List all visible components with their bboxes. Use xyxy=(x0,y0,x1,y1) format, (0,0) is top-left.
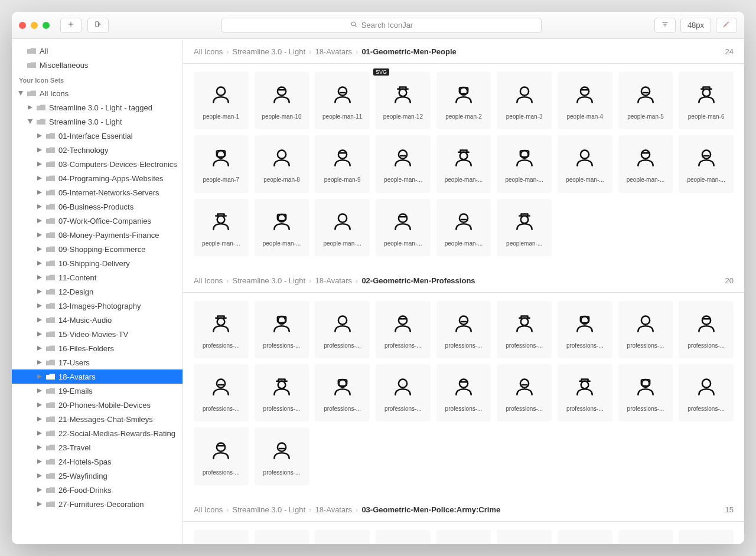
filter-button[interactable] xyxy=(654,18,676,33)
sidebar-folder[interactable]: 27-Furnitures-Decoration xyxy=(12,497,183,511)
icon-card[interactable]: people-man-... xyxy=(376,199,431,256)
icon-card[interactable]: professions-... xyxy=(255,427,309,485)
sidebar-folder[interactable]: 12-Design xyxy=(12,284,183,299)
icon-card[interactable]: people-man-10 xyxy=(255,72,309,129)
icon-card[interactable]: people-man-... xyxy=(315,199,370,256)
sidebar-folder[interactable]: 25-Wayfinding xyxy=(12,469,183,483)
icon-card[interactable]: people-man-... xyxy=(376,135,431,192)
icon-card[interactable]: people-man-... xyxy=(679,135,734,192)
sidebar-folder[interactable]: 01-Interface Essential xyxy=(12,129,183,143)
breadcrumb-item[interactable]: All Icons xyxy=(194,47,223,56)
sidebar-folder[interactable]: 13-Images-Photography xyxy=(12,299,183,313)
sidebar-folder[interactable]: 07-Work-Office-Companies xyxy=(12,214,183,228)
icon-card[interactable]: crime-man-t... xyxy=(679,530,734,544)
content-area[interactable]: All Icons›Streamline 3.0 - Light›18-Avat… xyxy=(183,39,744,544)
icon-card[interactable]: professions-... xyxy=(679,364,734,421)
breadcrumb-item[interactable]: 18-Avatars xyxy=(315,47,352,56)
icon-card[interactable]: crime-man-ri... xyxy=(436,530,491,544)
icon-card[interactable]: people-man-... xyxy=(436,199,491,256)
icon-card[interactable]: professions-... xyxy=(436,301,491,358)
sidebar-folder[interactable]: 20-Phones-Mobile-Devices xyxy=(12,398,183,412)
sidebar-folder[interactable]: 22-Social-Medias-Rewards-Rating xyxy=(12,426,183,440)
icon-card[interactable]: people-man-... xyxy=(618,135,673,192)
sidebar-folder[interactable]: 08-Money-Payments-Finance xyxy=(12,228,183,242)
sidebar-folder[interactable]: 04-Programing-Apps-Websites xyxy=(12,171,183,185)
icon-card[interactable]: people-man-7 xyxy=(194,135,249,192)
icon-card[interactable]: people-man-3 xyxy=(497,72,552,129)
icon-card[interactable]: people-man-2 xyxy=(436,72,491,129)
icon-card[interactable]: crime-man-ri... xyxy=(376,530,431,544)
icon-card[interactable]: people-man-11 xyxy=(315,72,370,129)
window-zoom-button[interactable] xyxy=(43,22,50,29)
export-button[interactable] xyxy=(87,18,109,33)
sidebar-root[interactable]: All Icons xyxy=(12,86,183,100)
icon-card[interactable]: people-man-... xyxy=(558,135,612,192)
breadcrumb-item[interactable]: All Icons xyxy=(194,276,223,285)
sidebar-folder[interactable]: 09-Shopping-Ecommerce xyxy=(12,242,183,256)
icon-card[interactable]: professions-... xyxy=(497,364,552,421)
icon-card[interactable]: professions-... xyxy=(618,301,673,358)
sidebar[interactable]: AllMiscellaneousYour Icon SetsAll IconsS… xyxy=(12,39,183,544)
icon-card[interactable]: professions-... xyxy=(376,301,431,358)
icon-card[interactable]: people-man-4 xyxy=(558,72,612,129)
icon-card[interactable]: people-man-... xyxy=(497,135,552,192)
icon-card[interactable]: crime-man-in... xyxy=(255,530,309,544)
sidebar-folder[interactable]: 21-Messages-Chat-Smileys xyxy=(12,412,183,426)
icon-card[interactable]: professions-... xyxy=(558,301,612,358)
icon-card[interactable]: professions-... xyxy=(497,301,552,358)
icon-card[interactable]: professions-... xyxy=(436,364,491,421)
sidebar-folder[interactable]: 05-Internet-Networks-Servers xyxy=(12,185,183,199)
breadcrumb-item[interactable]: 18-Avatars xyxy=(315,276,352,285)
icon-card[interactable]: army-man xyxy=(194,530,249,544)
sidebar-folder[interactable]: 11-Content xyxy=(12,270,183,284)
icon-card[interactable]: crime-man-t... xyxy=(618,530,673,544)
icon-card[interactable]: professions-... xyxy=(315,364,370,421)
icon-card[interactable]: professions-... xyxy=(194,301,249,358)
icon-card[interactable]: crime-man-t... xyxy=(497,530,552,544)
icon-card[interactable]: professions-... xyxy=(558,364,612,421)
sidebar-folder[interactable]: 18-Avatars xyxy=(12,369,183,384)
sidebar-builtin-item[interactable]: All xyxy=(12,44,183,58)
sidebar-folder[interactable]: 24-Hotels-Spas xyxy=(12,454,183,469)
breadcrumb-item[interactable]: 02-Geometric-Men-Professions xyxy=(361,276,475,285)
icon-card[interactable]: professions-... xyxy=(194,364,249,421)
sidebar-set[interactable]: Streamline 3.0 - Light xyxy=(12,115,183,129)
icon-card[interactable]: people-man-5 xyxy=(618,72,673,129)
breadcrumb-item[interactable]: Streamline 3.0 - Light xyxy=(232,276,305,285)
search-input[interactable]: Search IconJar xyxy=(221,18,542,33)
size-selector[interactable]: 48px xyxy=(680,18,711,33)
sidebar-folder[interactable]: 10-Shipping-Delivery xyxy=(12,256,183,270)
breadcrumb-item[interactable]: All Icons xyxy=(194,505,223,514)
icon-card[interactable]: people-man-... xyxy=(194,199,249,256)
breadcrumb-item[interactable]: 18-Avatars xyxy=(315,505,352,514)
sidebar-set[interactable]: Streamline 3.0 - Light - tagged xyxy=(12,100,183,115)
sidebar-folder[interactable]: 15-Video-Movies-TV xyxy=(12,327,183,341)
icon-card[interactable]: people-man-... xyxy=(255,199,309,256)
icon-card[interactable]: professions-... xyxy=(679,301,734,358)
sidebar-folder[interactable]: 14-Music-Audio xyxy=(12,313,183,327)
icon-card[interactable]: professions-... xyxy=(255,301,309,358)
icon-card[interactable]: people-man-1 xyxy=(194,72,249,129)
icon-card[interactable]: SVGpeople-man-12 xyxy=(376,72,431,129)
icon-card[interactable]: professions-... xyxy=(315,301,370,358)
icon-card[interactable]: crime-man-t... xyxy=(558,530,612,544)
sidebar-folder[interactable]: 02-Technology xyxy=(12,143,183,157)
sidebar-folder[interactable]: 03-Computers-Devices-Electronics xyxy=(12,157,183,171)
sidebar-folder[interactable]: 16-Files-Folders xyxy=(12,341,183,355)
sidebar-folder[interactable]: 17-Users xyxy=(12,355,183,369)
sidebar-builtin-item[interactable]: Miscellaneous xyxy=(12,58,183,72)
icon-card[interactable]: professions-... xyxy=(618,364,673,421)
sidebar-folder[interactable]: 19-Emails xyxy=(12,384,183,398)
breadcrumb-item[interactable]: Streamline 3.0 - Light xyxy=(232,505,305,514)
icon-card[interactable]: crime-man-ni... xyxy=(315,530,370,544)
sidebar-folder[interactable]: 26-Food-Drinks xyxy=(12,483,183,497)
icon-card[interactable]: peopleman-... xyxy=(497,199,552,256)
icon-card[interactable]: professions-... xyxy=(376,364,431,421)
breadcrumb-item[interactable]: 03-Geometric-Men-Police:Army:Crime xyxy=(361,505,500,514)
sidebar-folder[interactable]: 23-Travel xyxy=(12,440,183,454)
add-button[interactable] xyxy=(60,18,82,33)
icon-card[interactable]: people-man-9 xyxy=(315,135,370,192)
icon-card[interactable]: professions-... xyxy=(255,364,309,421)
window-minimize-button[interactable] xyxy=(31,22,38,29)
icon-card[interactable]: professions-... xyxy=(194,427,249,485)
